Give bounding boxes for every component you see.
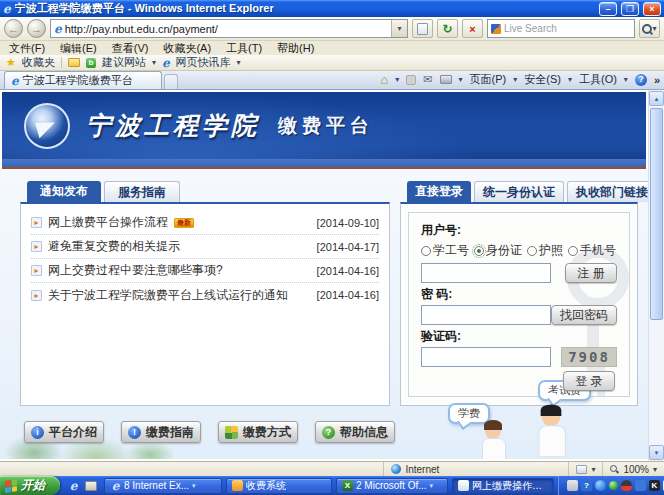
radio-mobile[interactable] — [568, 246, 578, 256]
stop-button[interactable]: × — [462, 19, 483, 38]
qq-icon[interactable] — [621, 480, 632, 491]
payment-method-label: 缴费方式 — [243, 424, 291, 441]
notice-link[interactable]: 网上交费过程中要注意哪些事项? — [48, 262, 223, 279]
mail-icon[interactable]: ✉ — [423, 74, 432, 85]
radio-student-id[interactable] — [421, 246, 431, 256]
chevron-down-icon[interactable]: ▾ — [395, 75, 399, 84]
taskbar-button-ie-group[interactable]: e 8 Internet Ex... ▾ — [104, 478, 222, 494]
close-button[interactable]: × — [643, 2, 661, 16]
search-go-button[interactable]: ▾ — [639, 19, 660, 38]
feeds-icon[interactable] — [406, 75, 416, 85]
tab-bar: e 宁波工程学院缴费平台 ⌂ ▾ ✉ ▾ 页面(P) ▾ 安全(S) ▾ 工具(… — [0, 71, 664, 90]
notice-row[interactable]: ▸ 避免重复交费的相关提示 [2014-04-17] — [31, 235, 379, 259]
print-icon[interactable] — [440, 75, 452, 84]
show-desktop-icon[interactable] — [84, 479, 97, 492]
home-icon[interactable]: ⌂ — [380, 73, 388, 86]
vertical-scrollbar[interactable]: ▲ ▼ — [648, 90, 664, 461]
captcha-image[interactable]: 7908 — [561, 347, 617, 367]
tab-unified-identity[interactable]: 统一身份认证 — [474, 181, 564, 202]
user-id-input[interactable] — [421, 263, 551, 283]
favorites-button[interactable]: 收藏夹 — [22, 55, 55, 70]
suggested-sites-link[interactable]: 建议网站 — [102, 55, 146, 70]
grid-icon — [225, 426, 238, 439]
kugou-icon[interactable]: K — [649, 480, 660, 491]
search-input[interactable] — [504, 23, 631, 34]
maximize-button[interactable]: ❐ — [621, 2, 639, 16]
menu-file[interactable]: 文件(F) — [9, 41, 45, 56]
chevron-down-icon[interactable]: ▾ — [152, 58, 156, 67]
footer-buttons: i 平台介绍 ! 缴费指南 缴费方式 ? 帮助信息 — [24, 421, 395, 443]
minimize-button[interactable]: – — [599, 2, 617, 16]
scroll-down-icon[interactable]: ▼ — [649, 445, 664, 460]
tab-department-links[interactable]: 执收部门链接 — [567, 181, 648, 202]
online-status-icon[interactable] — [609, 481, 618, 490]
tab-notice-publish[interactable]: 通知发布 — [27, 181, 101, 202]
captcha-input[interactable] — [421, 347, 551, 367]
payment-guide-button[interactable]: ! 缴费指南 — [121, 421, 201, 443]
menu-help[interactable]: 帮助(H) — [277, 41, 314, 56]
start-button[interactable]: 开始 — [0, 476, 60, 495]
find-password-button[interactable]: 找回密码 — [551, 305, 617, 325]
login-button[interactable]: 登 录 — [563, 371, 615, 391]
help-info-button[interactable]: ? 帮助信息 — [315, 421, 395, 443]
new-tab-button[interactable] — [164, 74, 178, 89]
page-menu-button[interactable]: 页面(P) — [470, 72, 507, 87]
school-logo — [24, 103, 70, 149]
password-input[interactable] — [421, 305, 551, 325]
address-input[interactable] — [65, 23, 388, 35]
webslice-gallery-link[interactable]: 网页快讯库 — [176, 55, 231, 70]
radio-passport[interactable] — [527, 246, 537, 256]
platform-intro-button[interactable]: i 平台介绍 — [24, 421, 104, 443]
notice-row[interactable]: ▸ 网上缴费平台操作流程 最新 [2014-09-10] — [31, 211, 379, 235]
refresh-button[interactable]: ↻ — [437, 19, 458, 38]
chevron-down-icon[interactable]: ▾ — [459, 75, 463, 84]
radio-id-card[interactable] — [474, 246, 484, 256]
group-dropdown-icon[interactable]: ▾ — [430, 482, 434, 490]
tab-direct-login[interactable]: 直接登录 — [407, 181, 471, 202]
radio-mobile-label[interactable]: 手机号 — [580, 242, 616, 259]
search-dropdown-icon[interactable]: ▾ — [652, 24, 656, 33]
tray-help-icon[interactable]: ? — [581, 480, 592, 491]
ie-quicklaunch-icon[interactable]: e — [67, 479, 80, 492]
zoom-cell[interactable]: 100% ▾ — [602, 462, 664, 476]
payment-guide-label: 缴费指南 — [146, 424, 194, 441]
radio-student-id-label[interactable]: 学工号 — [433, 242, 469, 259]
register-button[interactable]: 注 册 — [565, 263, 617, 283]
back-button[interactable]: ← — [4, 19, 23, 38]
notice-row[interactable]: ▸ 网上交费过程中要注意哪些事项? [2014-04-16] — [31, 259, 379, 283]
scrollbar-thumb[interactable] — [650, 108, 663, 320]
taskbar-button-fee-system[interactable]: 收费系统 — [226, 478, 332, 494]
payment-method-button[interactable]: 缴费方式 — [218, 421, 298, 443]
language-bar-icon[interactable] — [567, 480, 578, 491]
help-icon[interactable]: ? — [635, 74, 647, 86]
chevron-down-icon[interactable]: ▾ — [237, 58, 241, 67]
scroll-up-icon[interactable]: ▲ — [649, 91, 664, 106]
suggested-sites-icon: b — [86, 58, 96, 68]
group-dropdown-icon[interactable]: ▾ — [192, 482, 196, 490]
overflow-chevron-icon[interactable]: » — [654, 74, 660, 86]
notice-link[interactable]: 避免重复交费的相关提示 — [48, 238, 180, 255]
compatibility-view-button[interactable] — [412, 19, 433, 38]
menu-tools[interactable]: 工具(T) — [226, 41, 262, 56]
taskbar-button-office-group[interactable]: X 2 Microsoft Of... ▾ — [336, 478, 448, 494]
tab-service-guide[interactable]: 服务指南 — [104, 181, 180, 202]
address-dropdown-icon[interactable]: ▾ — [391, 20, 407, 37]
notice-row[interactable]: ▸ 关于宁波工程学院缴费平台上线试运行的通知 [2014-04-16] — [31, 283, 379, 307]
tab-payment-platform[interactable]: e 宁波工程学院缴费平台 — [4, 71, 162, 89]
add-favorite-icon[interactable] — [68, 58, 80, 67]
im-icon[interactable] — [635, 480, 646, 491]
tools-menu-button[interactable]: 工具(O) — [579, 72, 617, 87]
protected-mode-cell[interactable]: ▾ — [568, 462, 602, 476]
radio-passport-label[interactable]: 护照 — [539, 242, 563, 259]
tray-browser-icon[interactable] — [595, 480, 606, 491]
notice-link[interactable]: 网上缴费平台操作流程 — [48, 214, 168, 231]
menu-view[interactable]: 查看(V) — [112, 41, 149, 56]
notice-link[interactable]: 关于宁波工程学院缴费平台上线试运行的通知 — [48, 287, 288, 304]
compatibility-icon — [417, 23, 428, 35]
forward-button[interactable]: → — [27, 19, 46, 38]
radio-id-card-label[interactable]: 身份证 — [486, 242, 522, 259]
menu-favorites[interactable]: 收藏夹(A) — [163, 41, 211, 56]
menu-edit[interactable]: 编辑(E) — [60, 41, 97, 56]
taskbar-button-payment-doc[interactable]: 网上缴费操作说... — [452, 478, 554, 494]
safety-menu-button[interactable]: 安全(S) — [524, 72, 561, 87]
